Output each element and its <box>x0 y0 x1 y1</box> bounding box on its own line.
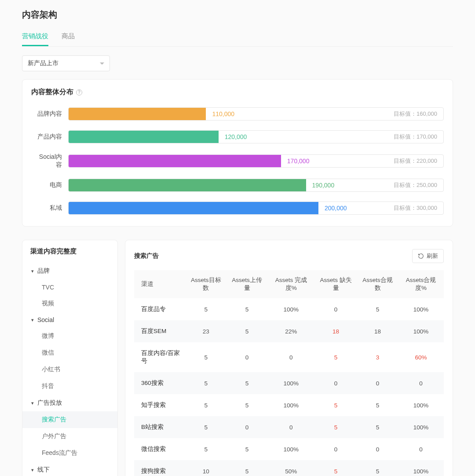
table-cell: 0 <box>398 372 444 394</box>
table-cell: 0 <box>314 298 357 320</box>
page-title: 内容架构 <box>22 9 453 21</box>
table-cell: 100% <box>267 372 314 394</box>
assets-table: 渠道Assets目标数Assets上传量Assets 完成度%Assets 缺失… <box>134 270 444 476</box>
table-cell-channel: 百度SEM <box>134 320 186 342</box>
table-cell-channel: 百度品专 <box>134 298 186 320</box>
tree-item[interactable]: 微信 <box>22 344 117 361</box>
table-cell: 3 <box>357 342 398 372</box>
table-cell: 0 <box>267 416 314 438</box>
table-cell: 5 <box>314 460 357 476</box>
tree-group[interactable]: 广告投放 <box>22 395 117 411</box>
campaign-select-value: 新产品上市 <box>28 59 58 67</box>
table-cell: 5 <box>186 438 227 460</box>
table-cell: 0 <box>357 438 398 460</box>
table-header: Assets目标数 <box>186 270 227 298</box>
table-row: 百度品专55100%05100% <box>134 298 444 320</box>
tree-item[interactable]: 小红书 <box>22 361 117 378</box>
bar-track: 110,000目标值：160,000 <box>68 107 444 121</box>
table-cell: 0 <box>227 342 267 372</box>
tree-group[interactable]: Social <box>22 312 117 328</box>
tree-item[interactable]: 户外广告 <box>22 428 117 445</box>
table-cell: 5 <box>357 394 398 416</box>
table-cell: 5 <box>357 416 398 438</box>
channel-tree: 品牌TVC视频Social微博微信小红书抖音广告投放搜索广告户外广告Feeds流… <box>22 263 117 476</box>
table-header: Assets合规度% <box>398 270 444 298</box>
table-cell: 18 <box>314 320 357 342</box>
bar-target: 目标值：160,000 <box>394 110 437 118</box>
table-cell: 100% <box>398 298 444 320</box>
bar-fill <box>69 131 219 143</box>
bar-target: 目标值：300,000 <box>394 204 437 212</box>
tree-item[interactable]: TVC <box>22 279 117 295</box>
table-cell: 50% <box>267 460 314 476</box>
tree-group[interactable]: 品牌 <box>22 263 117 279</box>
bar-label: 产品内容 <box>33 133 68 141</box>
table-cell: 0 <box>314 438 357 460</box>
table-cell-channel: 百度内容/百家号 <box>134 342 186 372</box>
bar-value: 190,000 <box>312 182 335 189</box>
table-cell: 100% <box>267 394 314 416</box>
table-cell: 5 <box>357 460 398 476</box>
table-cell: 100% <box>267 298 314 320</box>
overview-title: 内容整体分布 <box>31 88 73 97</box>
table-cell: 0 <box>267 342 314 372</box>
table-cell: 5 <box>227 394 267 416</box>
bar-label: 电商 <box>33 181 68 189</box>
table-title: 搜索广告 <box>134 252 159 260</box>
tab-0[interactable]: 营销战役 <box>22 28 48 46</box>
table-cell: 10 <box>186 460 227 476</box>
bar-track: 120,000目标值：170,000 <box>68 130 444 143</box>
table-cell: 100% <box>398 460 444 476</box>
table-header: 渠道 <box>134 270 186 298</box>
table-cell: 100% <box>267 438 314 460</box>
bar-label: 私域 <box>33 204 68 212</box>
table-cell: 5 <box>227 438 267 460</box>
bar-fill <box>69 202 318 214</box>
refresh-label: 刷新 <box>427 252 438 260</box>
tree-item[interactable]: 视频 <box>22 295 117 312</box>
bar-row: Social内容170,000目标值：220,000 <box>33 153 444 169</box>
table-cell-channel: 搜狗搜索 <box>134 460 186 476</box>
table-cell: 60% <box>398 342 444 372</box>
table-cell: 18 <box>357 320 398 342</box>
table-cell: 0 <box>398 438 444 460</box>
table-header: Assets合规数 <box>357 270 398 298</box>
tree-title: 渠道内容完整度 <box>22 247 117 263</box>
bar-value: 110,000 <box>212 110 234 117</box>
table-cell: 5 <box>186 298 227 320</box>
campaign-select[interactable]: 新产品上市 <box>22 55 110 71</box>
tree-item[interactable]: 微博 <box>22 328 117 344</box>
bar-track: 170,000目标值：220,000 <box>68 154 444 168</box>
tab-1[interactable]: 商品 <box>62 28 75 46</box>
chevron-down-icon <box>100 60 104 67</box>
refresh-icon <box>418 253 424 259</box>
table-cell: 5 <box>186 416 227 438</box>
table-header: Assets上传量 <box>227 270 267 298</box>
table-cell-channel: 微信搜索 <box>134 438 186 460</box>
bar-target: 目标值：170,000 <box>394 133 437 141</box>
table-row: 360搜索55100%000 <box>134 372 444 394</box>
table-row: 百度SEM23522%1818100% <box>134 320 444 342</box>
table-header: Assets 缺失量 <box>314 270 357 298</box>
help-icon[interactable]: ? <box>76 89 82 95</box>
table-cell: 5 <box>186 372 227 394</box>
tree-group[interactable]: 线下 <box>22 461 117 476</box>
table-cell: 5 <box>186 342 227 372</box>
tree-item[interactable]: 抖音 <box>22 378 117 395</box>
table-row: 微信搜索55100%000 <box>134 438 444 460</box>
table-row: 知乎搜索55100%55100% <box>134 394 444 416</box>
table-panel: 搜索广告 刷新 渠道Assets目标数Assets上传量Assets 完成度%A… <box>125 240 453 476</box>
bar-value: 170,000 <box>287 157 310 165</box>
table-cell: 23 <box>186 320 227 342</box>
bar-label: Social内容 <box>33 153 68 169</box>
tree-item[interactable]: Feeds流广告 <box>22 445 117 461</box>
refresh-button[interactable]: 刷新 <box>412 249 444 263</box>
table-cell: 0 <box>227 416 267 438</box>
bar-chart: 品牌内容110,000目标值：160,000产品内容120,000目标值：170… <box>31 107 444 215</box>
table-cell: 0 <box>314 372 357 394</box>
channel-tree-panel: 渠道内容完整度 品牌TVC视频Social微博微信小红书抖音广告投放搜索广告户外… <box>22 240 118 476</box>
bar-track: 190,000目标值：250,000 <box>68 179 444 192</box>
table-cell: 5 <box>227 320 267 342</box>
bar-label: 品牌内容 <box>33 110 68 118</box>
tree-item[interactable]: 搜索广告 <box>22 411 117 428</box>
